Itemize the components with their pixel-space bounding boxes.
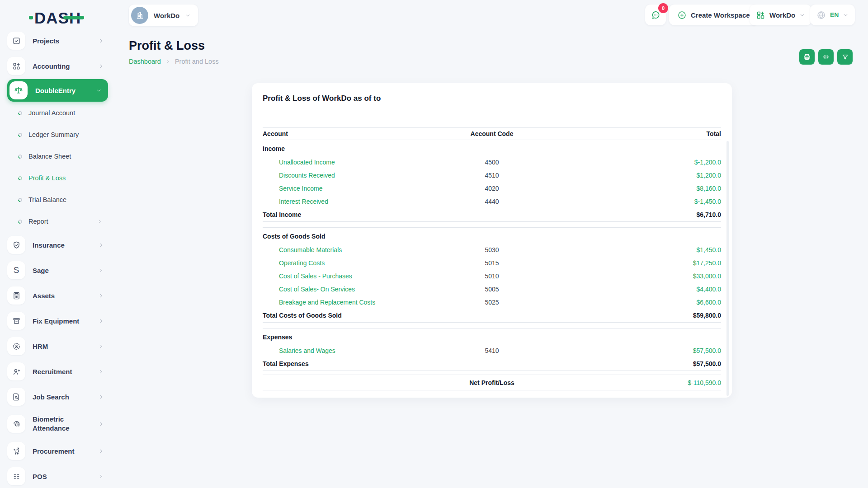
account-total: $6,600.0 <box>544 299 721 306</box>
account-link[interactable]: Operating Costs <box>263 259 440 267</box>
company-name: WorkDo <box>769 11 795 19</box>
account-code: 5030 <box>440 246 544 253</box>
account-link[interactable]: Unallocated Income <box>263 159 440 166</box>
grid-plus-icon <box>756 10 765 20</box>
company-menu[interactable]: WorkDo <box>750 5 811 25</box>
net-profit-loss-row: Net Profit/Loss $-110,590.0 <box>263 375 721 390</box>
section-total-row: Total Income $6,710.0 <box>263 208 721 221</box>
chevron-right-icon <box>98 267 104 273</box>
print-button[interactable] <box>799 49 815 65</box>
person-target-icon <box>7 337 25 355</box>
sidebar: Projects Accounting DoubleEntry <box>0 0 118 488</box>
breadcrumb: Dashboard Profit and Loss <box>129 58 219 65</box>
net-profit-loss-label: Net Profit/Loss <box>440 379 544 386</box>
bullet-ring-icon <box>17 132 23 138</box>
account-total: $4,400.0 <box>544 286 721 293</box>
sidebar-item-fix-equipment[interactable]: Fix Equipment <box>0 308 118 333</box>
chevron-down-icon <box>96 88 102 94</box>
sidebar-item-projects[interactable]: Projects <box>0 28 118 53</box>
report-toolbar <box>799 49 853 65</box>
card-title: Profit & Loss of WorkDo as of to <box>263 94 721 103</box>
submenu-item-ledger-summary[interactable]: Ledger Summary <box>0 124 118 145</box>
fingerprint-icon <box>7 415 25 433</box>
modules-icon <box>7 57 25 75</box>
account-link[interactable]: Cost of Sales - Purchases <box>263 272 440 280</box>
workspace-switcher[interactable]: WorkDo <box>129 5 198 26</box>
code-compare-icon <box>822 53 830 61</box>
sidebar-item-sage[interactable]: S Sage <box>0 258 118 283</box>
account-total: $1,450.0 <box>544 246 721 253</box>
section-total-row: Total Expenses $57,500.0 <box>263 357 721 371</box>
bullet-ring-icon <box>17 197 23 203</box>
account-code: 5015 <box>440 259 544 267</box>
table-row: Consumable Materials 5030 $1,450.0 <box>263 243 721 256</box>
submenu-item-profit-loss[interactable]: Profit & Loss <box>0 167 118 189</box>
account-code: 5025 <box>440 299 544 306</box>
workspace-avatar <box>131 7 148 24</box>
sidebar-nav: Projects Accounting DoubleEntry <box>0 28 118 488</box>
dots-grid-icon <box>7 467 25 485</box>
account-code: 5410 <box>440 347 544 354</box>
table-row: Breakage and Replacement Costs 5025 $6,6… <box>263 296 721 309</box>
section-total-label: Total Costs of Goods Sold <box>263 312 440 319</box>
account-link[interactable]: Service Income <box>263 185 440 192</box>
code-view-button[interactable] <box>818 49 834 65</box>
account-total: $57,500.0 <box>544 347 721 354</box>
building-icon <box>135 10 145 20</box>
table-row: Salaries and Wages 5410 $57,500.0 <box>263 344 721 357</box>
sidebar-item-biometric-attendance[interactable]: Biometric Attendance <box>0 409 118 438</box>
account-total: $33,000.0 <box>544 272 721 280</box>
submenu-item-balance-sheet[interactable]: Balance Sheet <box>0 145 118 167</box>
bullet-ring-icon <box>17 110 23 116</box>
sidebar-item-pos[interactable]: POS <box>0 464 118 488</box>
sidebar-item-job-search[interactable]: Job Search <box>0 384 118 409</box>
sidebar-item-accounting[interactable]: Accounting <box>0 53 118 79</box>
bullet-ring-icon <box>17 154 23 160</box>
card-scrollbar[interactable] <box>726 141 729 396</box>
create-workspace-button[interactable]: Create Workspace <box>669 5 758 25</box>
account-code: 4510 <box>440 172 544 179</box>
globe-icon <box>816 10 826 20</box>
sidebar-item-doubleentry[interactable]: DoubleEntry <box>7 79 108 102</box>
sidebar-item-assets[interactable]: Assets <box>0 283 118 308</box>
tasks-icon <box>7 32 25 50</box>
account-code: 4020 <box>440 185 544 192</box>
sidebar-item-insurance[interactable]: Insurance <box>0 232 118 258</box>
account-link[interactable]: Discounts Received <box>263 172 440 179</box>
sidebar-item-procurement[interactable]: Procurement <box>0 438 118 464</box>
section-total-label: Total Income <box>263 211 440 218</box>
archive-box-icon <box>7 312 25 330</box>
chevron-right-icon <box>98 38 104 44</box>
account-link[interactable]: Breakage and Replacement Costs <box>263 299 440 306</box>
chevron-right-icon <box>98 448 104 454</box>
table-row: Service Income 4020 $8,160.0 <box>263 182 721 195</box>
account-link[interactable]: Salaries and Wages <box>263 347 440 354</box>
chevron-right-icon <box>165 59 170 64</box>
chevron-right-icon <box>98 421 104 427</box>
submenu-item-trial-balance[interactable]: Trial Balance <box>0 189 118 211</box>
account-link[interactable]: Consumable Materials <box>263 246 440 253</box>
messages-button[interactable]: 0 <box>645 5 666 25</box>
breadcrumb-dashboard-link[interactable]: Dashboard <box>129 58 161 65</box>
submenu-item-journal-account[interactable]: Journal Account <box>0 102 118 124</box>
main-content: Profit & Loss Dashboard Profit and Loss <box>118 32 868 488</box>
chevron-right-icon <box>98 369 104 375</box>
account-code: 5010 <box>440 272 544 280</box>
table-header-row: Account Account Code Total <box>263 127 721 140</box>
chevron-right-icon <box>98 394 104 400</box>
column-header-account-code: Account Code <box>440 130 544 137</box>
sidebar-item-recruitment[interactable]: Recruitment <box>0 359 118 384</box>
account-link[interactable]: Cost of Sales- On Services <box>263 286 440 293</box>
chevron-right-icon <box>98 242 104 248</box>
section-total-row: Total Costs of Goods Sold $59,800.0 <box>263 309 721 322</box>
chevron-right-icon <box>98 63 104 69</box>
plus-circle-icon <box>677 10 687 20</box>
submenu-item-report[interactable]: Report <box>0 211 118 232</box>
sidebar-item-hrm[interactable]: HRM <box>0 333 118 359</box>
account-link[interactable]: Interest Received <box>263 198 440 205</box>
section-total-value: $57,500.0 <box>544 360 721 367</box>
section-title: Costs of Goods Sold <box>263 228 721 243</box>
chevron-right-icon <box>98 318 104 324</box>
language-menu[interactable]: EN <box>810 5 855 25</box>
filter-button[interactable] <box>837 49 853 65</box>
